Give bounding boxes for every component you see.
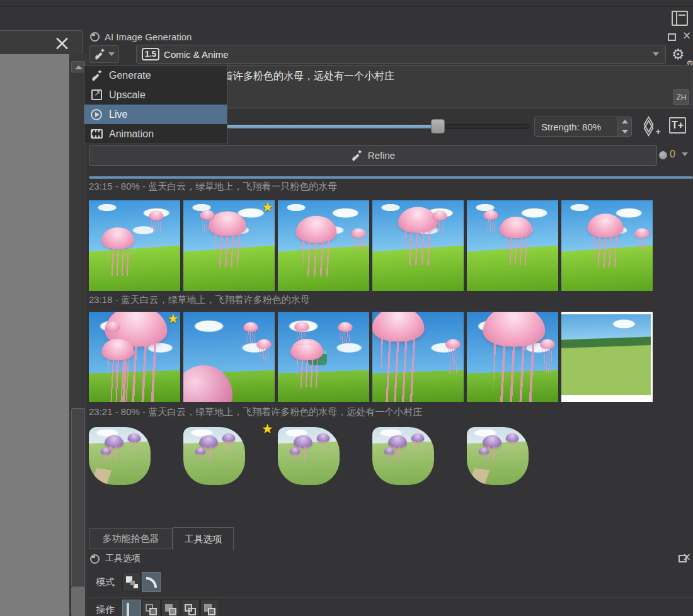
- jellyfish-shape: [411, 433, 424, 442]
- play-circle-icon: [90, 108, 103, 121]
- action-intersect-button[interactable]: [142, 600, 161, 616]
- favorite-star-icon[interactable]: ★: [261, 423, 273, 436]
- intersect-selection-icon: [146, 604, 157, 615]
- queue-status-dot: [659, 151, 667, 159]
- close-docker-icon[interactable]: ×: [682, 31, 691, 40]
- jellyfish-shape: [222, 433, 235, 442]
- history-group: 23:18 - 蓝天白云，绿草地上，飞翔着许多粉色的水母★: [89, 294, 653, 402]
- workspace-chooser-button[interactable]: [670, 8, 690, 28]
- pixel-selection-icon: [126, 576, 137, 588]
- jellyfish-shape: [372, 312, 424, 341]
- result-thumbnail[interactable]: ★: [89, 312, 180, 402]
- action-row: 操作: [96, 600, 219, 616]
- jellyfish-shape: [338, 322, 352, 331]
- action-replace-button[interactable]: [122, 600, 141, 616]
- result-thumbnail[interactable]: [278, 312, 369, 402]
- thumbnail-row: ★: [89, 312, 653, 402]
- tab-tool-options[interactable]: 工具选项: [173, 527, 234, 550]
- mode-antialias-button[interactable]: [142, 572, 161, 592]
- menu-item-upscale[interactable]: Upscale: [84, 85, 227, 105]
- jellyfish-shape: [445, 339, 460, 349]
- history-group-title: 23:21 - 80% - 蓝天白云，绿草地上，飞翔着许多粉色的水母，远处有一个…: [89, 406, 529, 419]
- result-thumbnail[interactable]: [467, 427, 529, 485]
- left-tool-panel: [0, 30, 83, 54]
- action-add-button[interactable]: [161, 600, 180, 616]
- menu-item-generate[interactable]: Generate: [84, 66, 227, 85]
- jellyfish-shape: [243, 322, 258, 331]
- sd-version-badge: 1.5: [142, 48, 159, 60]
- result-thumbnail[interactable]: ★: [183, 200, 275, 291]
- jellyfish-shape: [505, 433, 518, 442]
- scrollbar-thumb-bottom[interactable]: [71, 587, 85, 616]
- jellyfish-shape: [384, 447, 395, 454]
- plus-icon: +: [655, 128, 661, 135]
- result-thumbnail[interactable]: [561, 312, 653, 402]
- language-badge[interactable]: ZH: [673, 89, 689, 105]
- path-shape: [469, 459, 493, 485]
- result-thumbnail[interactable]: [372, 200, 464, 291]
- result-thumbnail[interactable]: [89, 427, 151, 485]
- result-thumbnail[interactable]: [467, 200, 558, 291]
- add-text-prompt-button[interactable]: T+: [668, 116, 690, 136]
- scroll-up-button[interactable]: [71, 61, 85, 72]
- result-thumbnail[interactable]: [183, 427, 245, 485]
- result-thumbnail[interactable]: [372, 427, 434, 485]
- thumbnail-image: [561, 314, 651, 395]
- jellyfish-shape: [540, 339, 554, 349]
- result-thumbnail[interactable]: [89, 200, 180, 291]
- favorite-star-icon[interactable]: ★: [261, 201, 273, 214]
- result-thumbnail[interactable]: [467, 312, 558, 402]
- menu-item-label: Generate: [109, 70, 151, 81]
- strength-spinbox[interactable]: Strength: 80%: [534, 117, 632, 137]
- chevron-down-icon: [108, 52, 115, 56]
- jellyfish-shape: [398, 207, 437, 233]
- float-docker-icon[interactable]: [668, 33, 676, 41]
- result-thumbnail[interactable]: [183, 312, 275, 402]
- upscale-icon: [90, 89, 103, 101]
- workspace-mode-button[interactable]: [89, 45, 119, 63]
- jellyfish-shape: [316, 433, 329, 442]
- docker-lock-icon[interactable]: [90, 554, 100, 564]
- action-buttons: [122, 600, 219, 616]
- prompt-text: 着许多粉色的水母，远处有一个小村庄: [223, 70, 394, 83]
- tab-color-picker[interactable]: 多功能拾色器: [89, 528, 173, 549]
- menu-item-live[interactable]: Live: [84, 105, 227, 124]
- refine-button[interactable]: Refine: [89, 145, 657, 166]
- magic-wand-icon: [351, 150, 362, 161]
- history-group: 23:15 - 80% - 蓝天白云，绿草地上，飞翔着一只粉色的水母★: [89, 181, 653, 291]
- result-thumbnail[interactable]: [372, 312, 464, 402]
- spinbox-arrows: [617, 117, 631, 136]
- queue-dropdown-arrow[interactable]: [682, 152, 688, 156]
- result-thumbnail[interactable]: [278, 200, 369, 291]
- result-thumbnail[interactable]: [278, 427, 340, 485]
- add-control-layer-button[interactable]: +: [640, 117, 660, 136]
- jellyfish-shape: [199, 435, 218, 448]
- style-combobox[interactable]: 1.5 Comic & Anime: [136, 45, 666, 64]
- close-docker-icon[interactable]: ×: [682, 552, 691, 561]
- docker-lock-icon[interactable]: [90, 32, 100, 42]
- film-icon: [90, 128, 103, 140]
- menu-item-label: Animation: [109, 128, 154, 140]
- add-selection-icon: [165, 604, 176, 615]
- close-button[interactable]: [53, 34, 71, 52]
- menu-item-label: Upscale: [109, 89, 146, 101]
- action-label: 操作: [96, 604, 115, 616]
- jellyfish-shape: [295, 216, 336, 243]
- menu-item-animation[interactable]: Animation: [84, 124, 227, 144]
- tool-options-title: 工具选项: [105, 553, 140, 564]
- section-divider: [89, 597, 693, 598]
- progress-bar: [89, 176, 693, 179]
- workspace-chooser-icon: [672, 11, 688, 26]
- action-subtract-button[interactable]: [181, 600, 200, 616]
- style-combobox-value: Comic & Anime: [164, 49, 648, 60]
- spin-down-button[interactable]: [618, 127, 631, 137]
- jellyfish-shape: [294, 435, 312, 448]
- strength-slider-handle[interactable]: [431, 119, 445, 134]
- result-thumbnail[interactable]: [561, 200, 653, 291]
- spin-up-button[interactable]: [618, 117, 631, 127]
- settings-button[interactable]: ⚙ ⚙: [672, 47, 693, 66]
- action-symdiff-button[interactable]: [200, 600, 219, 616]
- favorite-star-icon[interactable]: ★: [167, 312, 179, 326]
- history-more-indicator: ......: [297, 338, 312, 346]
- mode-pixel-button[interactable]: [122, 572, 141, 592]
